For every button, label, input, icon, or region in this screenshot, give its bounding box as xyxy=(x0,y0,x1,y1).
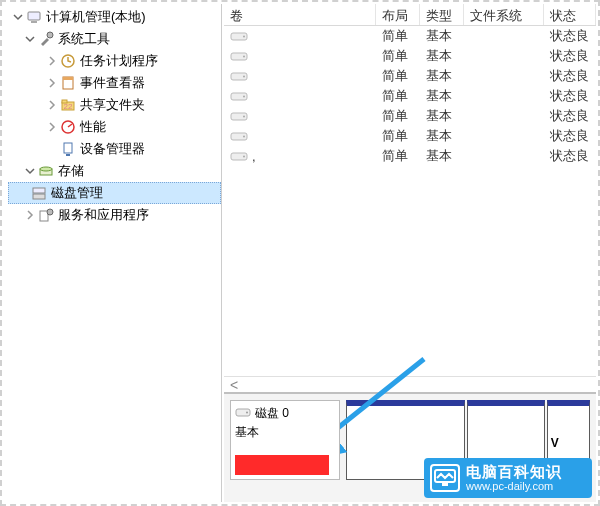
tree-node-performance[interactable]: 性能 xyxy=(8,116,221,138)
svg-rect-14 xyxy=(33,194,45,199)
svg-rect-11 xyxy=(66,154,70,156)
tree-label: 存储 xyxy=(58,162,84,180)
watermark-monitor-icon xyxy=(430,464,460,492)
tree-node-task-scheduler[interactable]: 任务计划程序 xyxy=(8,50,221,72)
cell-type: 基本 xyxy=(420,27,464,45)
col-filesystem[interactable]: 文件系统 xyxy=(464,4,544,25)
redacted-capacity xyxy=(235,455,329,475)
table-row[interactable]: 简单 基本 状态良 xyxy=(224,126,596,146)
drive-icon xyxy=(230,50,248,62)
watermark-url: www.pc-daily.com xyxy=(466,480,562,492)
tree-node-disk-management[interactable]: 磁盘管理 xyxy=(8,182,221,204)
chevron-right-icon[interactable] xyxy=(46,121,58,133)
watermark-title: 电脑百科知识 xyxy=(466,464,562,481)
chevron-down-icon[interactable] xyxy=(12,11,24,23)
event-log-icon xyxy=(60,75,76,91)
cell-layout: 简单 xyxy=(376,67,420,85)
table-row[interactable]: 简单 基本 状态良 xyxy=(224,86,596,106)
table-row[interactable]: , 简单 基本 状态良 xyxy=(224,146,596,166)
performance-icon xyxy=(60,119,76,135)
cell-type: 基本 xyxy=(420,147,464,165)
svg-point-27 xyxy=(243,116,245,118)
svg-rect-35 xyxy=(442,483,448,486)
volumes-header: 卷 布局 类型 文件系统 状态 xyxy=(224,4,596,26)
cell-type: 基本 xyxy=(420,127,464,145)
services-icon xyxy=(38,207,54,223)
cell-type: 基本 xyxy=(420,87,464,105)
svg-point-17 xyxy=(47,209,53,215)
svg-text:22: 22 xyxy=(64,102,73,111)
disk-management-icon xyxy=(31,185,47,201)
spacer xyxy=(46,143,58,155)
computer-icon xyxy=(26,9,42,25)
tree-label: 磁盘管理 xyxy=(51,184,103,202)
horizontal-scroll-left[interactable]: < xyxy=(224,376,596,392)
table-row[interactable]: 简单 基本 状态良 xyxy=(224,26,596,46)
svg-rect-5 xyxy=(63,77,73,80)
tree-node-services-apps[interactable]: 服务和应用程序 xyxy=(8,204,221,226)
col-volume[interactable]: 卷 xyxy=(224,4,376,25)
drive-icon xyxy=(230,90,248,102)
cell-status: 状态良 xyxy=(544,147,596,165)
chevron-right-icon[interactable] xyxy=(24,209,36,221)
tree-label: 事件查看器 xyxy=(80,74,145,92)
col-layout[interactable]: 布局 xyxy=(376,4,420,25)
drive-icon xyxy=(230,30,248,42)
tree-node-storage[interactable]: 存储 xyxy=(8,160,221,182)
tree-label: 共享文件夹 xyxy=(80,96,145,114)
tree-node-shared-folders[interactable]: 22 共享文件夹 xyxy=(8,94,221,116)
svg-point-29 xyxy=(243,136,245,138)
cell-type: 基本 xyxy=(420,67,464,85)
shared-folder-icon: 22 xyxy=(60,97,76,113)
svg-point-25 xyxy=(243,96,245,98)
cell-status: 状态良 xyxy=(544,107,596,125)
chevron-right-icon[interactable] xyxy=(46,99,58,111)
svg-point-31 xyxy=(243,156,245,158)
tree-label: 系统工具 xyxy=(58,30,110,48)
table-row[interactable]: 简单 基本 状态良 xyxy=(224,66,596,86)
cell-status: 状态良 xyxy=(544,87,596,105)
cell-status: 状态良 xyxy=(544,27,596,45)
tree-node-system-tools[interactable]: 系统工具 xyxy=(8,28,221,50)
device-manager-icon xyxy=(60,141,76,157)
svg-point-19 xyxy=(243,36,245,38)
chevron-down-icon[interactable] xyxy=(24,165,36,177)
chevron-right-icon[interactable] xyxy=(46,55,58,67)
tree-node-event-viewer[interactable]: 事件查看器 xyxy=(8,72,221,94)
disk-type: 基本 xyxy=(235,424,335,441)
drive-icon xyxy=(230,130,248,142)
disk-icon xyxy=(235,406,251,421)
storage-icon xyxy=(38,163,54,179)
cell-layout: 简单 xyxy=(376,127,420,145)
volumes-pane: 卷 布局 类型 文件系统 状态 简单 基本 状态良 简单 基本 状态良 简单 基… xyxy=(224,4,596,502)
tree-node-root[interactable]: 计算机管理(本地) xyxy=(8,6,221,28)
svg-point-23 xyxy=(243,76,245,78)
disk-title: 磁盘 0 xyxy=(255,405,289,422)
svg-rect-10 xyxy=(64,143,72,153)
table-row[interactable]: 简单 基本 状态良 xyxy=(224,46,596,66)
col-status[interactable]: 状态 xyxy=(544,4,596,25)
table-row[interactable]: 简单 基本 状态良 xyxy=(224,106,596,126)
col-type[interactable]: 类型 xyxy=(420,4,464,25)
cell-layout: 简单 xyxy=(376,107,420,125)
svg-point-13 xyxy=(40,167,52,171)
svg-point-21 xyxy=(243,56,245,58)
chevron-right-icon[interactable] xyxy=(46,77,58,89)
nav-tree: 计算机管理(本地) 系统工具 任务计划程序 xyxy=(4,4,221,226)
cell-status: 状态良 xyxy=(544,127,596,145)
nav-tree-pane: 计算机管理(本地) 系统工具 任务计划程序 xyxy=(4,4,222,502)
svg-point-33 xyxy=(246,412,248,414)
cell-type: 基本 xyxy=(420,107,464,125)
drive-icon xyxy=(230,150,248,162)
cell-layout: 简单 xyxy=(376,27,420,45)
cell-layout: 简单 xyxy=(376,87,420,105)
svg-point-2 xyxy=(47,32,53,38)
tree-node-device-manager[interactable]: 设备管理器 xyxy=(8,138,221,160)
drive-icon xyxy=(230,70,248,82)
tree-label: 性能 xyxy=(80,118,106,136)
disk-info-block[interactable]: 磁盘 0 基本 xyxy=(230,400,340,480)
volumes-list: 简单 基本 状态良 简单 基本 状态良 简单 基本 状态良 简单 基本 状态良 xyxy=(224,26,596,376)
svg-rect-1 xyxy=(31,21,37,23)
svg-rect-15 xyxy=(33,188,45,193)
chevron-down-icon[interactable] xyxy=(24,33,36,45)
